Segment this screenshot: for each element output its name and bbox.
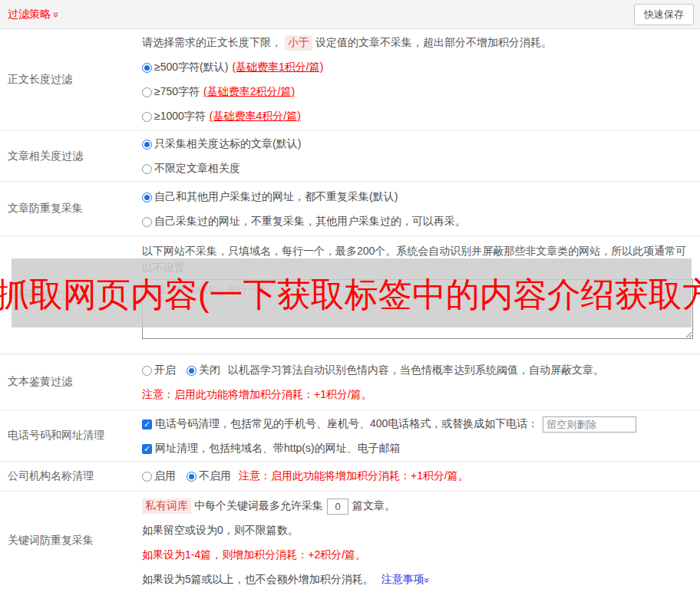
radio-company-disable[interactable] xyxy=(187,472,196,482)
replacement-phone-input[interactable] xyxy=(543,416,636,433)
company-disable-label[interactable]: 不启用 xyxy=(199,469,231,483)
quick-save-button[interactable]: 快速保存 xyxy=(634,4,694,25)
row-phone-url-cleanup: 电话号码和网址清理 ✓ 电话号码清理，包括常见的手机号、座机号、400电话格式，… xyxy=(0,410,700,462)
porn-filter-cost-note: 注意：启用此功能将增加积分消耗：+1积分/篇。 xyxy=(142,383,694,407)
company-cleanup-options: 启用 不启用 注意：启用此功能将增加积分消耗：+1积分/篇。 xyxy=(142,464,469,489)
filter-strategy-page: 过滤策略 » 快速保存 正文长度过滤 请选择需求的正文长度下限， 小于 设定值的… xyxy=(0,0,700,589)
check-icon: ✓ xyxy=(144,420,150,429)
radio-500-chars[interactable] xyxy=(142,63,152,73)
porn-filter-options: 开启 关闭 以机器学习算法自动识别色情内容，当色情概率达到系统阈值，自动屏蔽文章… xyxy=(142,358,694,383)
fee-note-500: (基础费率1积分/篇) xyxy=(232,61,323,74)
radio-relevance-any[interactable] xyxy=(142,164,152,174)
keyword-note-five: 如果设为5篇或以上，也不会额外增加积分消耗。 注意事项 » xyxy=(142,568,694,589)
row-body-length-filter: 正文长度过滤 请选择需求的正文长度下限， 小于 设定值的文章不采集，超出部分不增… xyxy=(0,29,700,131)
keyword-limit-line: 私有词库 中每个关键词最多允许采集 篇文章。 xyxy=(142,494,694,518)
fee-note-750: (基础费率2积分/篇) xyxy=(203,85,295,99)
porn-filter-description: 以机器学习算法自动识别色情内容，当色情概率达到系统阈值，自动屏蔽文章。 xyxy=(228,364,604,377)
radio-company-enable[interactable] xyxy=(142,472,152,482)
relevance-option-strict[interactable]: 只采集相关度达标的文章(默认) xyxy=(142,132,694,156)
private-thesaurus-link[interactable]: 私有词库 xyxy=(142,499,191,514)
phone-cleanup-option: ✓ 电话号码清理，包括常见的手机号、座机号、400电话格式，或替换成如下电话： xyxy=(142,412,694,436)
porn-off-label[interactable]: 关闭 xyxy=(199,364,220,377)
row-label-dedupe: 文章防重复采集 xyxy=(0,182,138,235)
chevron-double-down-icon: » xyxy=(51,12,61,16)
company-enable-label[interactable]: 启用 xyxy=(154,469,176,483)
row-label-relevance: 文章相关度过滤 xyxy=(0,131,138,181)
check-icon: ✓ xyxy=(144,444,150,453)
phone-cleanup-checkbox[interactable]: ✓ xyxy=(142,420,152,429)
dedupe-option-self-only[interactable]: 自己采集过的网址，不重复采集，其他用户采集过的，可以再采。 xyxy=(142,209,694,234)
keyword-note-cost: 如果设为1-4篇，则增加积分消耗：+2积分/篇。 xyxy=(142,543,694,568)
row-label-porn-filter: 文本鉴黄过滤 xyxy=(0,354,138,410)
radio-dedupe-self-only[interactable] xyxy=(142,217,152,227)
row-dedupe-collection: 文章防重复采集 自己和其他用户采集过的网址，都不重复采集(默认) 自己采集过的网… xyxy=(0,182,700,236)
page-title[interactable]: 过滤策略 » xyxy=(8,8,58,21)
radio-porn-on[interactable] xyxy=(142,366,152,376)
site-filter-description: 以下网站不采集，只填域名，每行一个，最多200个。系统会自动识别并屏蔽那些非文章… xyxy=(142,242,694,276)
row-label-phone-url: 电话号码和网址清理 xyxy=(0,410,138,461)
body-length-description: 请选择需求的正文长度下限， 小于 设定值的文章不采集，超出部分不增加积分消耗。 xyxy=(142,31,694,55)
radio-dedupe-all-users[interactable] xyxy=(142,192,152,202)
length-option-750[interactable]: ≥750字符 (基础费率2积分/篇) xyxy=(142,80,694,104)
notes-link[interactable]: 注意事项 » xyxy=(381,573,429,587)
chevron-double-down-icon: » xyxy=(422,577,431,582)
url-cleanup-option: ✓ 网址清理，包括纯域名、带http(s)的网址、电子邮箱 xyxy=(142,436,694,461)
radio-1000-chars[interactable] xyxy=(142,112,152,122)
row-target-site-filter: 目标网站过滤 以下网站不采集，只填域名，每行一个，最多200个。系统会自动识别并… xyxy=(0,236,700,354)
row-porn-filter: 文本鉴黄过滤 开启 关闭 以机器学习算法自动识别色情内容，当色情概率达到系统阈值… xyxy=(0,354,700,410)
page-title-text: 过滤策略 xyxy=(8,8,51,21)
length-option-1000[interactable]: ≥1000字符 (基础费率4积分/篇) xyxy=(142,104,694,129)
url-cleanup-checkbox[interactable]: ✓ xyxy=(142,444,152,454)
company-cleanup-cost-note: 注意：启用此功能将增加积分消耗：+1积分/篇。 xyxy=(239,469,469,483)
dedupe-option-all-users[interactable]: 自己和其他用户采集过的网址，都不重复采集(默认) xyxy=(142,185,694,209)
row-label-company-cleanup: 公司机构名称清理 xyxy=(0,462,138,491)
less-than-highlight: 小于 xyxy=(285,35,312,51)
row-label-keyword-dedupe: 关键词防重复采集 xyxy=(0,492,138,589)
row-relevance-filter: 文章相关度过滤 只采集相关度达标的文章(默认) 不限定文章相关度 xyxy=(0,131,700,182)
radio-750-chars[interactable] xyxy=(142,87,152,97)
blocked-domains-textarea[interactable] xyxy=(142,279,693,339)
row-label-body-length: 正文长度过滤 xyxy=(0,29,138,130)
porn-on-label[interactable]: 开启 xyxy=(154,364,176,377)
row-keyword-dedupe: 关键词防重复采集 私有词库 中每个关键词最多允许采集 篇文章。 如果留空或设为0… xyxy=(0,492,700,589)
topbar: 过滤策略 » 快速保存 xyxy=(0,0,700,29)
fee-note-1000: (基础费率4积分/篇) xyxy=(210,110,301,123)
row-label-target-site: 目标网站过滤 xyxy=(0,236,138,354)
relevance-option-any[interactable]: 不限定文章相关度 xyxy=(142,156,694,181)
radio-porn-off[interactable] xyxy=(187,366,196,376)
keyword-note-zero: 如果留空或设为0，则不限篇数。 xyxy=(142,518,694,543)
length-option-500[interactable]: ≥500字符(默认) (基础费率1积分/篇) xyxy=(142,55,694,80)
row-company-name-cleanup: 公司机构名称清理 启用 不启用 注意：启用此功能将增加积分消耗：+1积分/篇。 xyxy=(0,462,700,492)
radio-relevance-strict[interactable] xyxy=(142,140,152,150)
max-articles-input[interactable] xyxy=(327,499,348,515)
